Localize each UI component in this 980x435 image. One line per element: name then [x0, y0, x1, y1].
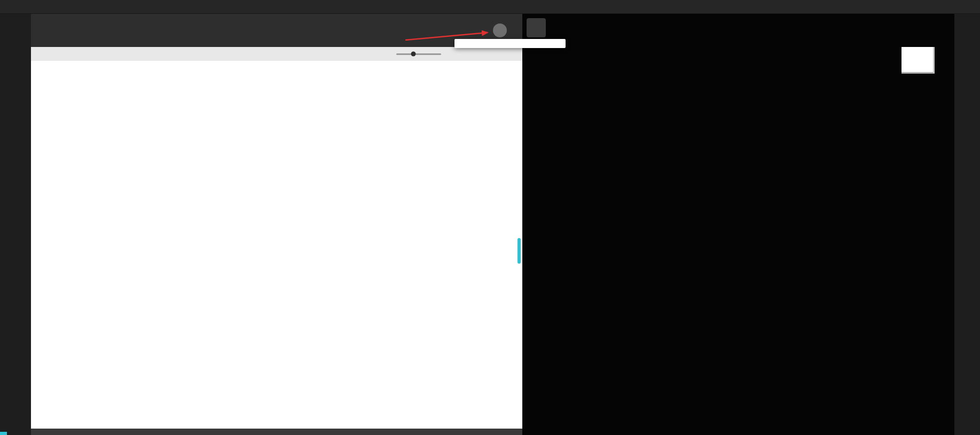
selection-frame-button[interactable] — [527, 18, 546, 37]
drawing-canvas[interactable] — [31, 61, 522, 429]
topbar — [0, 0, 980, 14]
version-tooltip — [454, 39, 566, 48]
status-accent — [0, 432, 7, 435]
info-button[interactable] — [493, 23, 507, 37]
facade-drawing-sheet — [31, 61, 522, 429]
view-cube[interactable] — [901, 47, 935, 74]
2d-viewer-header — [31, 14, 522, 47]
3d-model-view — [522, 14, 954, 435]
2d-viewer-panel — [31, 14, 522, 435]
panel-splitter-handle[interactable] — [518, 238, 521, 264]
application-window — [0, 0, 980, 435]
right-toolbar — [954, 14, 980, 435]
zoom-toolbar — [31, 47, 522, 61]
space-selector[interactable] — [239, 0, 341, 14]
left-toolbar — [0, 14, 31, 435]
3d-viewer-panel[interactable] — [522, 14, 954, 435]
zoom-slider-knob[interactable] — [411, 52, 415, 57]
zoom-slider[interactable] — [396, 53, 441, 55]
